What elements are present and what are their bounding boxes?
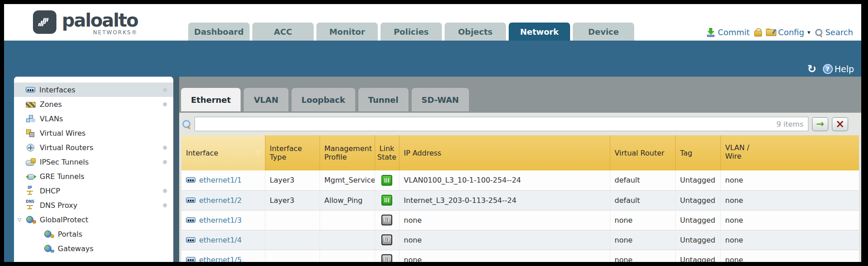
status-dot — [163, 146, 167, 150]
nav-tab-monitor[interactable]: Monitor — [316, 23, 378, 41]
table-row: ethernet1/2 Layer3 Allow_Ping Internet_L… — [181, 190, 859, 210]
interface-type-tabs: Ethernet VLAN Loopback Tunnel SD-WAN — [179, 77, 861, 113]
interface-icon — [186, 257, 195, 262]
column-header-interface[interactable]: Interface ▽ — [181, 135, 265, 170]
sidebar-item-dns-proxy[interactable]: DNS Proxy — [14, 198, 173, 212]
search-label: Search — [825, 28, 853, 37]
column-header-virtual-router[interactable]: Virtual Router — [610, 135, 675, 170]
dhcp-icon — [26, 187, 36, 194]
link-state-up-icon — [381, 195, 392, 206]
interface-icon — [186, 237, 195, 243]
brand-subtitle: NETWORKS® — [93, 29, 138, 36]
filter-input[interactable]: 9 items — [195, 117, 808, 131]
link-state-up-icon — [381, 175, 392, 186]
column-header-link-state[interactable]: Link State — [375, 135, 399, 170]
interface-link[interactable]: ethernet1/2 — [199, 196, 241, 205]
brand-name: paloalto — [62, 10, 138, 30]
apply-filter-button[interactable]: → — [812, 117, 828, 131]
tab-vlan[interactable]: VLAN — [244, 88, 288, 111]
nav-tab-policies[interactable]: Policies — [381, 23, 442, 41]
link-state-down-icon — [381, 215, 392, 225]
paloalto-logo-icon — [33, 10, 56, 34]
sidebar-item-dhcp[interactable]: DHCP — [14, 183, 173, 198]
top-utilities: Commit Config ▾ Search — [706, 28, 853, 37]
sidebar-item-ipsec-tunnels[interactable]: IPSec Tunnels — [14, 155, 173, 169]
sidebar-item-virtual-routers[interactable]: Virtual Routers — [14, 140, 173, 155]
column-header-interface-type[interactable]: Interface Type — [265, 135, 320, 170]
interface-link[interactable]: ethernet1/3 — [199, 216, 241, 225]
link-state-down-icon — [381, 254, 392, 262]
sidebar: Interfaces Zones VLANs Virtual Wires Vir… — [14, 77, 173, 262]
column-header-vlan-wire[interactable]: VLAN / Wire — [720, 135, 859, 170]
zones-icon — [26, 102, 36, 108]
link-state-down-icon — [381, 234, 392, 245]
interfaces-table: Interface ▽ Interface Type Management Pr… — [181, 135, 859, 262]
sidebar-item-gateways[interactable]: Gateways — [14, 241, 173, 256]
help-label: Help — [835, 64, 854, 74]
status-dot — [163, 203, 167, 207]
sort-icon[interactable]: ▽ — [256, 149, 261, 156]
interface-link[interactable]: ethernet1/4 — [199, 236, 241, 244]
virtual-routers-icon — [26, 144, 36, 151]
paloalto-logo: paloalto NETWORKS® — [33, 10, 138, 36]
nav-tab-dashboard[interactable]: Dashboard — [188, 23, 250, 41]
sidebar-item-virtual-wires[interactable]: Virtual Wires — [14, 126, 173, 140]
filter-search-icon — [182, 120, 191, 128]
status-dot — [163, 102, 167, 106]
search-icon — [815, 28, 823, 37]
tab-body: 9 items → × Interfac — [179, 113, 861, 262]
commit-label: Commit — [718, 28, 750, 37]
table-row: ethernet1/5 none none Untagged none — [181, 250, 859, 262]
help-button[interactable]: ? Help — [823, 64, 854, 74]
search-button[interactable]: Search — [815, 28, 853, 37]
table-row: ethernet1/4 none none Untagged none — [181, 230, 859, 250]
gateways-icon — [44, 245, 54, 252]
interfaces-icon — [26, 87, 35, 92]
lock-icon[interactable] — [754, 28, 761, 37]
tab-ethernet[interactable]: Ethernet — [181, 88, 241, 111]
commit-button[interactable]: Commit — [706, 28, 750, 37]
main-nav-tabs: Dashboard ACC Monitor Policies Objects N… — [188, 23, 634, 41]
tab-tunnel[interactable]: Tunnel — [358, 88, 408, 111]
nav-tab-acc[interactable]: ACC — [252, 23, 314, 41]
sidebar-item-globalprotect[interactable]: ▽ GlobalProtect — [14, 212, 173, 227]
filter-row: 9 items → × — [181, 113, 859, 135]
expand-icon[interactable]: ▽ — [18, 217, 21, 223]
nav-tab-objects[interactable]: Objects — [445, 23, 506, 41]
interface-icon — [186, 217, 195, 223]
tab-loopback[interactable]: Loopback — [292, 88, 355, 111]
interface-icon — [186, 177, 195, 183]
refresh-icon[interactable]: ↻ — [808, 64, 817, 73]
column-header-ip-address[interactable]: IP Address — [399, 135, 610, 170]
sidebar-item-interfaces[interactable]: Interfaces — [14, 83, 173, 97]
sidebar-item-zones[interactable]: Zones — [14, 97, 173, 111]
config-label: Config — [778, 28, 804, 37]
main-area: Interfaces Zones VLANs Virtual Wires Vir… — [4, 77, 861, 262]
help-icon: ? — [823, 64, 833, 74]
commit-icon — [706, 28, 715, 37]
sidebar-item-gre-tunnels[interactable]: GRE Tunnels — [14, 169, 173, 183]
table-header-row: Interface ▽ Interface Type Management Pr… — [181, 135, 859, 170]
status-dot — [163, 160, 167, 164]
sidebar-item-vlans[interactable]: VLANs — [14, 111, 173, 126]
interface-link[interactable]: ethernet1/5 — [199, 256, 241, 262]
table-row: ethernet1/1 Layer3 Mgmt_Services VLAN010… — [181, 170, 859, 190]
interface-link[interactable]: ethernet1/1 — [199, 176, 241, 184]
dns-proxy-icon — [26, 202, 36, 209]
clear-filter-button[interactable]: × — [832, 117, 848, 131]
vlans-icon — [26, 115, 36, 122]
app-window: paloalto NETWORKS® Dashboard ACC Monitor… — [4, 4, 861, 262]
top-bar: paloalto NETWORKS® Dashboard ACC Monitor… — [4, 4, 861, 41]
globalprotect-icon — [26, 216, 36, 223]
virtual-wires-icon — [26, 129, 36, 137]
column-header-tag[interactable]: Tag — [675, 135, 720, 170]
column-header-management-profile[interactable]: Management Profile — [320, 135, 375, 170]
interface-icon — [186, 197, 195, 203]
config-menu-button[interactable]: Config ▾ — [766, 28, 810, 37]
nav-tab-device[interactable]: Device — [573, 23, 634, 41]
tab-sdwan[interactable]: SD-WAN — [412, 88, 469, 111]
status-dot — [163, 88, 167, 92]
nav-tab-network[interactable]: Network — [509, 23, 570, 41]
portals-icon — [44, 230, 54, 238]
sidebar-item-portals[interactable]: Portals — [14, 227, 173, 241]
